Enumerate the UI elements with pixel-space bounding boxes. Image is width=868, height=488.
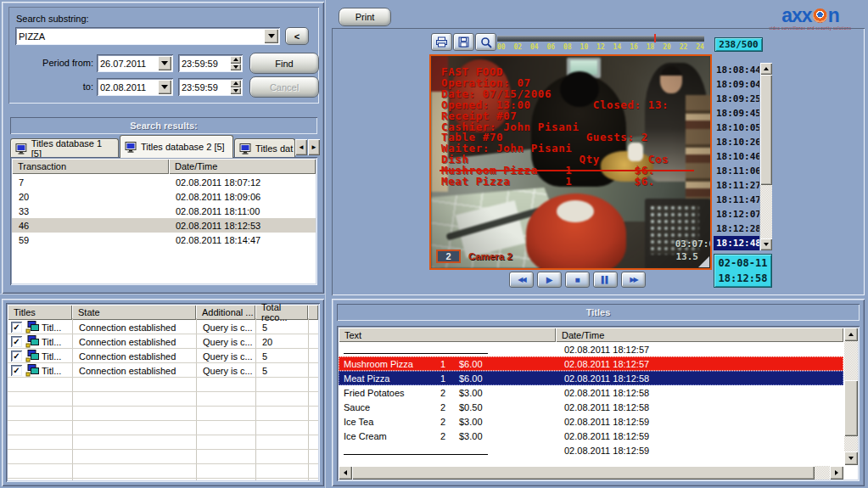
title-row[interactable]: 02.08.2011 18:12:59 — [339, 443, 843, 457]
time-from-spinner[interactable]: 23:59:59 — [178, 54, 243, 72]
scrollbar-thumb[interactable] — [844, 380, 858, 436]
tab-titles-database-3[interactable]: Titles dat — [234, 138, 295, 158]
search-history-button[interactable]: < — [285, 27, 309, 45]
spin-down-icon[interactable] — [230, 87, 241, 95]
column-header-titles[interactable]: Titles — [8, 305, 72, 320]
save-frame-button[interactable] — [453, 33, 474, 51]
horizontal-splitter-right[interactable] — [332, 295, 865, 299]
print-button[interactable]: Print — [339, 8, 391, 26]
timestamp-item[interactable]: 18:12:28 — [714, 222, 759, 236]
column-header-empty[interactable] — [308, 305, 318, 320]
timestamp-item[interactable]: 18:09:25 — [714, 92, 759, 106]
tab-titles-database-1[interactable]: Titles database 1 [5] — [10, 138, 119, 158]
timestamp-item[interactable]: 18:08:44 — [714, 63, 759, 77]
timestamp-item[interactable]: 18:11:47 — [714, 193, 759, 207]
title-row[interactable]: Ice Tea 2 $3.00 02.08.2011 18:12:59 — [339, 414, 843, 429]
cancel-button[interactable]: Cancel — [249, 76, 319, 98]
scrollbar-thumb[interactable] — [352, 466, 815, 480]
timestamp-item[interactable]: 18:09:04 — [714, 77, 759, 92]
search-substring-dropdown-button[interactable] — [264, 29, 278, 43]
spin-up-icon[interactable] — [230, 56, 241, 64]
timeline-marker[interactable] — [654, 34, 656, 42]
horizontal-splitter-left[interactable] — [0, 294, 325, 299]
total-cell: 5 — [262, 351, 267, 362]
timeline[interactable]: 00 02 04 06 08 10 12 14 16 18 20 22 24 — [497, 34, 704, 53]
tab-scroll-right-button[interactable]: ► — [308, 139, 320, 155]
timeline-tick-label: 06 — [547, 43, 556, 51]
timestamp: 18:12:07 — [716, 209, 759, 220]
scroll-left-icon[interactable] — [339, 466, 352, 480]
column-header-state[interactable]: State — [72, 305, 196, 320]
column-header-additional[interactable]: Additional ... — [196, 305, 255, 320]
search-substring-combobox[interactable]: PIZZA — [15, 27, 280, 45]
database-row[interactable]: ✓ Titl... Connection established Query i… — [8, 334, 318, 349]
column-header-total[interactable]: Total reco... — [255, 305, 308, 320]
scroll-up-icon[interactable] — [844, 328, 858, 341]
date-to-combobox[interactable]: 02.08.2011 — [97, 78, 173, 96]
pause-button[interactable]: ▌▌ — [593, 272, 618, 288]
timestamp-item[interactable]: 18:10:46 — [714, 149, 759, 164]
find-button[interactable]: Find — [249, 53, 319, 74]
resize-grip-icon[interactable] — [698, 256, 709, 267]
timestamp-item[interactable]: 18:12:07 — [714, 207, 759, 222]
result-row-selected[interactable]: 46 02.08.2011 18:12:53 — [12, 218, 316, 233]
scroll-right-icon[interactable] — [830, 466, 843, 480]
rewind-button[interactable]: ◀◀ — [509, 272, 534, 288]
scroll-down-icon[interactable] — [760, 238, 772, 250]
scroll-down-icon[interactable] — [844, 452, 858, 465]
column-header-transaction[interactable]: Transaction — [12, 159, 169, 174]
stop-button[interactable]: ■ — [565, 272, 590, 288]
spin-up-icon[interactable] — [230, 80, 241, 87]
scroll-left-icon: ◄ — [298, 143, 305, 151]
result-row[interactable]: 7 02.08.2011 18:07:12 — [12, 175, 316, 189]
result-row[interactable]: 20 02.08.2011 18:09:06 — [12, 189, 316, 204]
scroll-up-icon[interactable] — [760, 63, 772, 75]
zoom-button[interactable] — [475, 33, 496, 51]
database-checkbox[interactable]: ✓ — [11, 365, 22, 376]
column-header-text[interactable]: Text — [339, 328, 556, 342]
time-to-spinner[interactable]: 23:59:59 — [178, 78, 243, 96]
column-header-datetime[interactable]: Date/Time — [169, 159, 316, 174]
database-row[interactable]: ✓ Titl... Connection established Query i… — [8, 349, 318, 363]
titles-vscrollbar[interactable] — [844, 328, 858, 465]
spin-down-icon[interactable] — [230, 64, 241, 71]
tab-titles-database-2[interactable]: Titles database 2 [5] — [120, 135, 233, 158]
scrollbar-thumb[interactable] — [760, 75, 772, 185]
timestamp-item-selected[interactable]: 18:12:48 — [714, 236, 759, 250]
timestamp-item[interactable]: 18:11:06 — [714, 164, 759, 178]
date-from-combobox[interactable]: 26.07.2011 — [97, 54, 173, 72]
play-button[interactable]: ▶ — [537, 272, 562, 288]
database-checkbox[interactable]: ✓ — [11, 336, 22, 347]
fast-forward-button[interactable]: ▶▶ — [621, 272, 646, 288]
title-row[interactable]: Sauce 2 $0.50 02.08.2011 18:12:58 — [339, 400, 843, 414]
title-row[interactable]: Fried Potatoes 2 $3.00 02.08.2011 18:12:… — [339, 385, 843, 400]
titles-table: Text Date/Time 02.08.2011 18:12:57 Mushr… — [337, 326, 860, 481]
timestamp-scrollbar[interactable] — [760, 63, 772, 250]
timestamp: 18:09:45 — [716, 108, 759, 119]
video-frame[interactable]: FAST FOOD Operation: 07 Date: 07/15/2006… — [429, 54, 712, 270]
title-row[interactable]: Ice Cream 2 $3.00 02.08.2011 18:12:59 — [339, 429, 843, 443]
result-row[interactable]: 33 02.08.2011 18:11:00 — [12, 204, 316, 218]
date-to-dropdown-button[interactable] — [158, 80, 171, 94]
title-row-highlighted-navy[interactable]: Meat Pizza 1 $6.00 02.08.2011 18:12:58 — [339, 371, 843, 385]
database-checkbox[interactable]: ✓ — [11, 351, 22, 362]
timestamp-item[interactable]: 18:11:27 — [714, 178, 759, 193]
timestamp-item[interactable]: 18:09:45 — [714, 106, 759, 121]
timestamp-item[interactable]: 18:10:26 — [714, 135, 759, 149]
floppy-save-icon — [458, 36, 469, 48]
title-row-highlighted-red[interactable]: Mushroom Pizza 1 $6.00 02.08.2011 18:12:… — [339, 356, 843, 371]
date-from-dropdown-button[interactable] — [158, 56, 171, 70]
database-row[interactable]: ✓ Titl... Connection established Query i… — [8, 363, 318, 378]
logo-target-icon — [813, 8, 827, 23]
result-row[interactable]: 59 02.08.2011 18:14:47 — [12, 233, 316, 247]
titles-hscrollbar[interactable] — [339, 466, 843, 480]
column-header-datetime[interactable]: Date/Time — [556, 328, 843, 342]
database-row[interactable]: ✓ Titl... Connection established Query i… — [8, 320, 318, 334]
title-row[interactable]: 02.08.2011 18:12:57 — [339, 342, 843, 356]
timeline-tick-label: 16 — [630, 43, 638, 51]
export-print-button[interactable] — [431, 33, 452, 51]
vertical-splitter[interactable] — [325, 0, 332, 488]
timestamp-item[interactable]: 18:10:05 — [714, 121, 759, 135]
tab-scroll-left-button[interactable]: ◄ — [295, 139, 307, 155]
database-checkbox[interactable]: ✓ — [11, 322, 22, 333]
